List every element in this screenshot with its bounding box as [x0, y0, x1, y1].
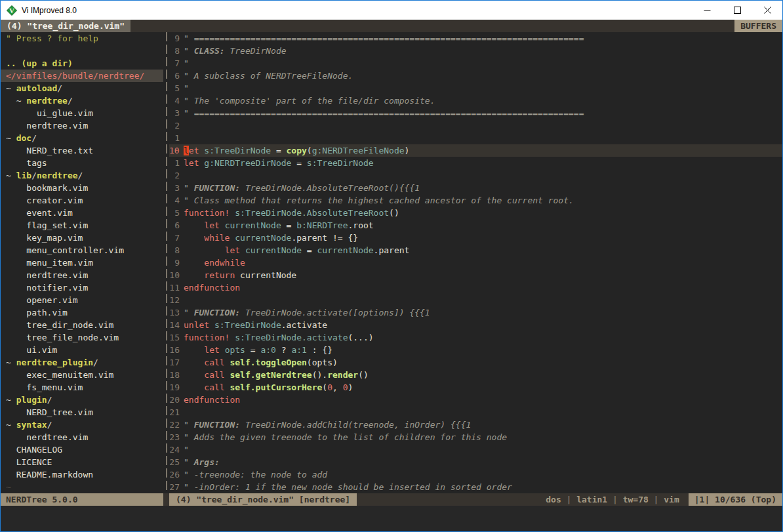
line-number: 24: [169, 443, 184, 456]
tree-item[interactable]: event.vim: [1, 207, 163, 219]
code-line[interactable]: 2: [169, 119, 782, 132]
code-line[interactable]: 18 call self.getNerdtree().render(): [169, 369, 782, 381]
tree-item[interactable]: ~ autoload/: [1, 82, 163, 94]
close-button[interactable]: [752, 1, 782, 20]
tree-item[interactable]: LICENCE: [1, 456, 163, 468]
tree-item[interactable]: key_map.vim: [1, 232, 163, 244]
code-line-current[interactable]: 10let s:TreeDirNode = copy(g:NERDTreeFil…: [169, 144, 782, 157]
line-number: 21: [169, 406, 184, 419]
tree-item[interactable]: fs_menu.vim: [1, 381, 163, 394]
code-line[interactable]: 1: [169, 132, 782, 144]
line-number: 25: [169, 456, 184, 468]
file-info-item: tw=78: [623, 495, 649, 504]
line-number: 6: [169, 219, 184, 232]
code-line[interactable]: 3" =====================================…: [169, 107, 782, 119]
code-line[interactable]: 17 call self.toggleOpen(opts): [169, 356, 782, 369]
code-line[interactable]: 9 endwhile: [169, 256, 782, 269]
tree-item[interactable]: bookmark.vim: [1, 182, 163, 194]
code-line[interactable]: 6 let currentNode = b:NERDTree.root: [169, 219, 782, 232]
vim-window: V Vi IMproved 8.0 (4) "tree_dir_node.vim…: [0, 0, 783, 532]
tree-item[interactable]: CHANGELOG: [1, 443, 163, 456]
code-line[interactable]: 1let g:NERDTreeDirNode = s:TreeDirNode: [169, 157, 782, 169]
tree-item[interactable]: </vimfiles/bundle/nerdtree/: [1, 70, 163, 82]
code-line[interactable]: 19 call self.putCursorHere(0, 0): [169, 381, 782, 394]
code-line[interactable]: 8" CLASS: TreeDirNode: [169, 45, 782, 57]
tree-item[interactable]: exec_menuitem.vim: [1, 369, 163, 381]
command-line[interactable]: [1, 506, 782, 531]
tree-item[interactable]: path.vim: [1, 306, 163, 319]
window-separator[interactable]: [163, 32, 169, 493]
code-line[interactable]: 13" FUNCTION: TreeDirNode.activate([opti…: [169, 306, 782, 319]
tree-item[interactable]: flag_set.vim: [1, 219, 163, 232]
buffers-label: BUFFERS: [734, 20, 782, 32]
code-line[interactable]: 2: [169, 169, 782, 182]
tree-item[interactable]: menu_controller.vim: [1, 244, 163, 256]
code-line[interactable]: 5": [169, 82, 782, 94]
tree-item[interactable]: creator.vim: [1, 194, 163, 207]
code-line[interactable]: 24": [169, 443, 782, 456]
tree-item[interactable]: nerdtree.vim: [1, 269, 163, 281]
tree-item[interactable]: [1, 45, 163, 57]
file-info-item: latin1: [576, 495, 607, 504]
code-line[interactable]: 20endfunction: [169, 394, 782, 406]
code-line[interactable]: 6" A subclass of NERDTreeFileNode.: [169, 70, 782, 82]
editor-panel[interactable]: 9" =====================================…: [169, 32, 782, 493]
code-line[interactable]: 10 return currentNode: [169, 269, 782, 281]
tree-item[interactable]: opener.vim: [1, 294, 163, 306]
code-line[interactable]: 16 let opts = a:0 ? a:1 : {}: [169, 344, 782, 356]
line-number: 15: [169, 331, 184, 344]
line-number: 18: [169, 369, 184, 381]
tree-item[interactable]: ~ nerdtree_plugin/: [1, 356, 163, 369]
code-line[interactable]: 12: [169, 294, 782, 306]
tree-item[interactable]: ~: [1, 481, 163, 493]
code-line[interactable]: 23" Adds the given treenode to the list …: [169, 431, 782, 443]
tree-item[interactable]: NERD_tree.vim: [1, 406, 163, 419]
tree-item[interactable]: ~ plugin/: [1, 394, 163, 406]
code-line[interactable]: 4" Class method that returns the highest…: [169, 194, 782, 207]
tree-item[interactable]: nerdtree.vim: [1, 119, 163, 132]
line-number: 10: [169, 269, 184, 281]
tree-item[interactable]: ~ doc/: [1, 132, 163, 144]
tree-item[interactable]: ui.vim: [1, 344, 163, 356]
line-number: 7: [169, 232, 184, 244]
code-line[interactable]: 22" FUNCTION: TreeDirNode.addChild(treen…: [169, 419, 782, 431]
line-number: 22: [169, 419, 184, 431]
line-number: 14: [169, 319, 184, 331]
code-line[interactable]: 14unlet s:TreeDirNode.activate: [169, 319, 782, 331]
code-line[interactable]: 21: [169, 406, 782, 419]
code-line[interactable]: 26" -treenode: the node to add: [169, 468, 782, 481]
tree-item[interactable]: ~ nerdtree/: [1, 94, 163, 107]
code-line[interactable]: 7 while currentNode.parent != {}: [169, 232, 782, 244]
line-number: 16: [169, 344, 184, 356]
tree-item[interactable]: menu_item.vim: [1, 256, 163, 269]
code-line[interactable]: 27" -inOrder: 1 if the new node should b…: [169, 481, 782, 493]
code-line[interactable]: 25" Args:: [169, 456, 782, 468]
code-line[interactable]: 8 let currentNode = currentNode.parent: [169, 244, 782, 256]
tree-item[interactable]: ~ syntax/: [1, 419, 163, 431]
tree-item[interactable]: nerdtree.vim: [1, 431, 163, 443]
code-line[interactable]: 9" =====================================…: [169, 32, 782, 45]
tree-item[interactable]: notifier.vim: [1, 281, 163, 294]
tab-tree-dir-node[interactable]: (4) "tree_dir_node.vim": [1, 20, 130, 32]
nerdtree-panel[interactable]: " Press ? for help.. (up a dir)</vimfile…: [1, 32, 163, 493]
tree-item[interactable]: tags: [1, 157, 163, 169]
code-line[interactable]: 11endfunction: [169, 281, 782, 294]
line-number: 27: [169, 481, 184, 493]
tree-item[interactable]: README.markdown: [1, 468, 163, 481]
tree-item[interactable]: tree_file_node.vim: [1, 331, 163, 344]
line-number: 9: [169, 256, 184, 269]
code-line[interactable]: 15function! s:TreeDirNode.activate(...): [169, 331, 782, 344]
code-line[interactable]: 7": [169, 57, 782, 70]
tree-item[interactable]: .. (up a dir): [1, 57, 163, 70]
tree-item[interactable]: ~ lib/nerdtree/: [1, 169, 163, 182]
code-line[interactable]: 4" The 'composite' part of the file/dir …: [169, 94, 782, 107]
tree-item[interactable]: tree_dir_node.vim: [1, 319, 163, 331]
tree-item[interactable]: ui_glue.vim: [1, 107, 163, 119]
tree-item[interactable]: NERD_tree.txt: [1, 144, 163, 157]
maximize-button[interactable]: [722, 1, 752, 20]
code-line[interactable]: 5function! s:TreeDirNode.AbsoluteTreeRoo…: [169, 207, 782, 219]
code-line[interactable]: 3" FUNCTION: TreeDirNode.AbsoluteTreeRoo…: [169, 182, 782, 194]
tree-item[interactable]: " Press ? for help: [1, 32, 163, 45]
window-controls: [692, 1, 782, 20]
minimize-button[interactable]: [692, 1, 722, 20]
